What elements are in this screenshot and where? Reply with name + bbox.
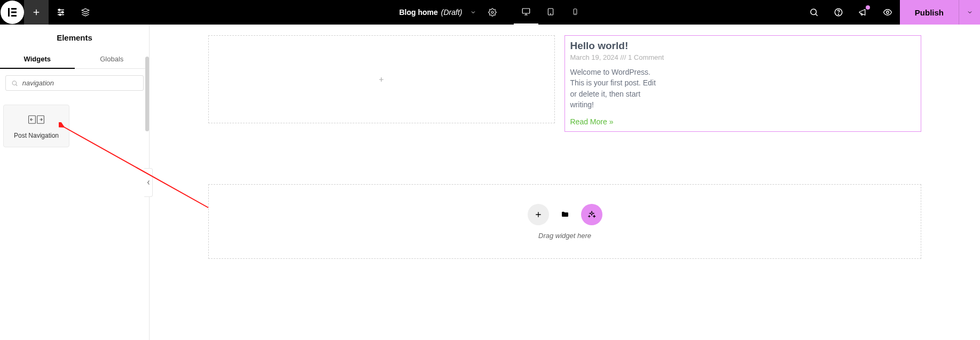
sparkle-icon: [587, 210, 596, 219]
page-switch-dropdown[interactable]: [466, 9, 481, 15]
widget-post-navigation[interactable]: Post Navigation: [3, 105, 69, 147]
folder-icon: [561, 210, 569, 219]
empty-section[interactable]: Drag widget here: [208, 184, 921, 259]
help-button[interactable]: [826, 0, 851, 25]
page-settings-button[interactable]: [481, 8, 504, 17]
page-status: (Draft): [441, 8, 462, 17]
add-template-button[interactable]: [554, 204, 576, 225]
notification-dot: [866, 5, 870, 10]
svg-point-16: [887, 11, 889, 14]
search-button[interactable]: [802, 0, 826, 25]
post-excerpt: Welcome to WordPress. This is your first…: [570, 67, 661, 110]
svg-point-10: [550, 14, 551, 14]
preview-button[interactable]: [875, 0, 900, 25]
page-title: Blog home: [393, 8, 441, 17]
drag-hint: Drag widget here: [538, 232, 591, 240]
read-more-link[interactable]: Read More »: [570, 117, 916, 126]
navigator-button[interactable]: [73, 0, 98, 25]
empty-container-slot[interactable]: [208, 35, 555, 123]
svg-point-12: [575, 13, 575, 14]
elementor-logo[interactable]: [1, 1, 24, 24]
svg-point-13: [811, 9, 817, 15]
post-title: Hello world!: [570, 40, 916, 52]
post-meta: March 19, 2024 /// 1 Comment: [570, 53, 916, 61]
widget-label: Post Navigation: [7, 132, 66, 139]
ai-generate-button[interactable]: [581, 204, 602, 225]
svg-rect-2: [11, 12, 17, 13]
post-navigation-icon: [7, 115, 66, 124]
svg-rect-3: [11, 15, 17, 17]
svg-rect-0: [8, 8, 10, 17]
svg-rect-1: [11, 8, 17, 10]
post-date: March 19, 2024: [570, 53, 618, 61]
tab-widgets[interactable]: Widgets: [0, 50, 75, 68]
meta-separator: ///: [620, 53, 626, 61]
settings-sliders-button[interactable]: [49, 0, 73, 25]
svg-rect-8: [522, 9, 530, 13]
announcements-button[interactable]: [851, 0, 875, 25]
panel-title: Elements: [0, 25, 149, 50]
plus-icon: [377, 75, 386, 84]
sidebar-scrollbar[interactable]: [145, 57, 149, 131]
svg-point-4: [59, 9, 60, 11]
search-field-wrap[interactable]: [5, 75, 144, 91]
search-icon: [11, 80, 18, 87]
svg-point-6: [59, 14, 61, 15]
publish-dropdown[interactable]: [959, 0, 980, 25]
plus-icon: [534, 210, 543, 219]
post-comments: 1 Comment: [628, 53, 664, 61]
publish-button[interactable]: Publish: [900, 0, 959, 25]
svg-point-7: [491, 11, 493, 13]
svg-point-5: [62, 12, 64, 13]
device-tablet-button[interactable]: [538, 0, 563, 25]
post-preview-card[interactable]: Hello world! March 19, 2024 /// 1 Commen…: [565, 35, 922, 132]
add-section-button[interactable]: [528, 204, 549, 225]
tab-globals[interactable]: Globals: [75, 50, 150, 68]
device-mobile-button[interactable]: [563, 0, 587, 25]
svg-point-17: [12, 81, 16, 84]
device-desktop-button[interactable]: [514, 0, 538, 25]
svg-point-15: [838, 14, 838, 14]
search-input[interactable]: [22, 79, 138, 87]
add-element-button[interactable]: [24, 0, 49, 25]
